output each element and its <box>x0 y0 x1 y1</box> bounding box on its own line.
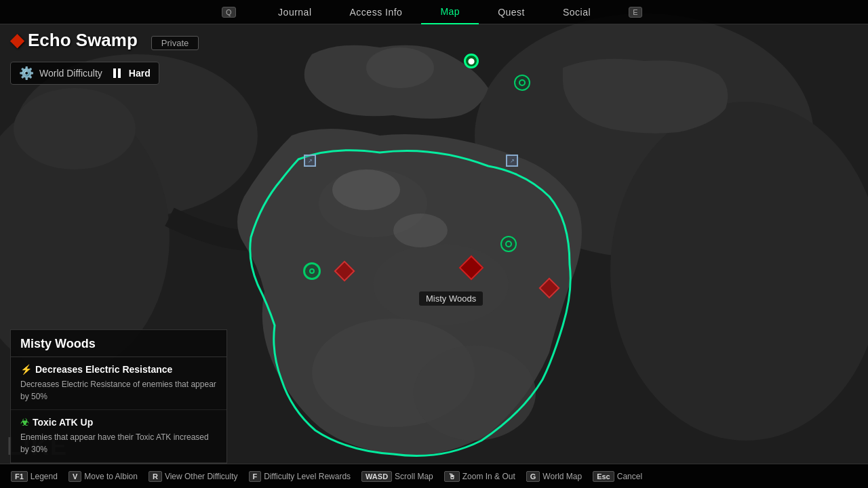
v-key: V <box>68 471 81 482</box>
svg-point-8 <box>414 346 536 441</box>
area-info-panel: Misty Woods ⚡Decreases Electric Resistan… <box>10 329 227 464</box>
diff-rewards-label: Difficulty Level Rewards <box>264 472 351 481</box>
svg-point-10 <box>393 214 448 247</box>
top-left-panel: ◆Echo Swamp Private ⚙️ World Difficulty … <box>10 30 199 85</box>
e-key: E <box>629 7 642 18</box>
effect-toxic-desc: Enemies that appear have their Toxic ATK… <box>20 431 217 455</box>
location-icon: ◆ <box>10 30 24 50</box>
npc-marker-1[interactable] <box>303 262 321 280</box>
enemy-marker-3[interactable] <box>542 281 557 296</box>
scroll-map-label: Scroll Map <box>395 472 433 481</box>
difficulty-bars <box>113 68 121 78</box>
bottom-difficulty-rewards[interactable]: F Difficulty Level Rewards <box>243 471 357 482</box>
mouse-key: 🖱 <box>444 471 460 482</box>
effect-toxic-title: ☣Toxic ATK Up <box>20 417 217 428</box>
esc-key: Esc <box>593 471 614 482</box>
bottom-zoom[interactable]: 🖱 Zoom In & Out <box>439 471 521 482</box>
bottom-legend[interactable]: F1 Legend <box>5 471 63 482</box>
bar-2 <box>118 68 121 78</box>
difficulty-icon: ⚙️ <box>19 66 34 81</box>
difficulty-value: Hard <box>129 68 151 79</box>
other-diff-label: View Other Difficulty <box>165 472 238 481</box>
toxic-icon: ☣ <box>20 417 29 428</box>
effect-electric-title: ⚡Decreases Electric Resistance <box>20 364 217 375</box>
target-marker-2[interactable] <box>500 236 517 252</box>
svg-point-6 <box>373 244 509 325</box>
exit-marker-1[interactable]: ↗ <box>304 155 316 167</box>
player-marker: ⬤ <box>464 54 479 68</box>
bottom-scroll-map[interactable]: WASD Scroll Map <box>356 471 439 482</box>
f1-key: F1 <box>11 471 28 482</box>
legend-label: Legend <box>31 472 58 481</box>
electric-icon: ⚡ <box>20 364 32 375</box>
private-badge: Private <box>151 36 199 50</box>
location-name: ◆Echo Swamp <box>10 30 138 51</box>
top-navigation: Q Journal Access Info Map Quest Social E <box>0 0 868 24</box>
target-marker-1[interactable] <box>514 75 530 91</box>
enemy-marker-2[interactable] <box>462 259 480 277</box>
bottom-cancel[interactable]: Esc Cancel <box>587 471 648 482</box>
nav-quest[interactable]: Quest <box>479 0 544 24</box>
zoom-label: Zoom In & Out <box>462 472 515 481</box>
bar-1 <box>113 68 116 78</box>
g-key: G <box>526 471 540 482</box>
r-key: R <box>149 471 162 482</box>
move-albion-label: Move to Albion <box>84 472 138 481</box>
cancel-label: Cancel <box>617 472 642 481</box>
world-difficulty-panel: ⚙️ World Difficulty Hard <box>10 62 159 85</box>
world-map-label: World Map <box>542 472 582 481</box>
bottom-move-albion[interactable]: V Move to Albion <box>63 471 143 482</box>
bottom-bar: F1 Legend V Move to Albion R View Other … <box>0 464 868 488</box>
f-key: F <box>249 471 262 482</box>
nav-access-info[interactable]: Access Info <box>331 0 422 24</box>
bottom-world-map[interactable]: G World Map <box>521 471 587 482</box>
panel-area-title: Misty Woods <box>11 330 226 357</box>
nav-journal[interactable]: Journal <box>259 0 330 24</box>
exit-marker-2[interactable]: ↗ <box>506 155 518 167</box>
q-key: Q <box>222 7 236 18</box>
nav-key-q: Q <box>203 0 259 24</box>
nav-key-e: E <box>610 0 665 24</box>
nav-map[interactable]: Map <box>421 0 479 24</box>
bottom-other-difficulty[interactable]: R View Other Difficulty <box>143 471 243 482</box>
effect-electric-desc: Decreases Electric Resistance of enemies… <box>20 378 217 403</box>
nav-social[interactable]: Social <box>544 0 610 24</box>
svg-point-11 <box>366 47 434 88</box>
difficulty-label: World Difficulty <box>39 68 102 79</box>
effect-electric: ⚡Decreases Electric Resistance Decreases… <box>11 357 226 410</box>
wasd-key: WASD <box>361 471 392 482</box>
enemy-marker-1[interactable] <box>337 264 352 279</box>
effect-toxic: ☣Toxic ATK Up Enemies that appear have t… <box>11 410 226 463</box>
svg-point-9 <box>332 169 400 210</box>
svg-point-12 <box>14 88 136 169</box>
